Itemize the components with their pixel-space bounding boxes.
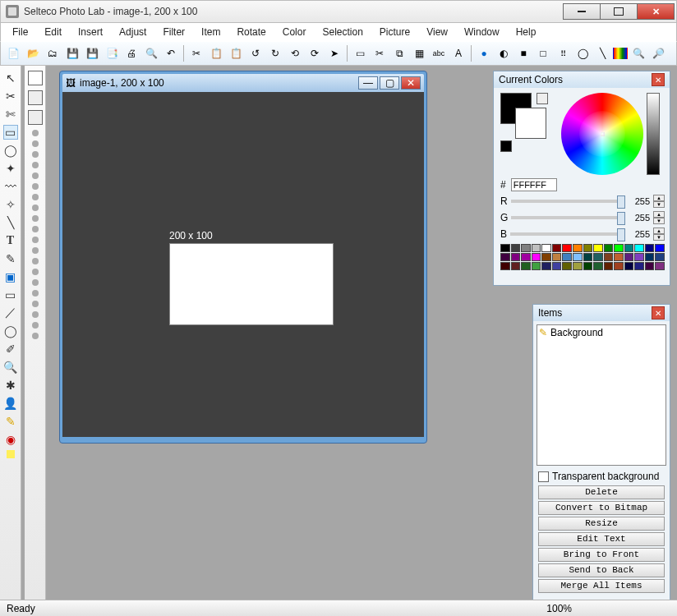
palette-swatch[interactable] [511,244,521,252]
resize-button[interactable]: Resize [538,517,665,531]
convert-bitmap-button[interactable]: Convert to Bitmap [538,501,665,515]
eye-tool-icon[interactable]: ◉ [3,432,18,447]
undo-icon[interactable]: ↶ [162,44,180,62]
pointer-tool-icon[interactable]: ↖ [3,71,18,85]
menu-insert[interactable]: Insert [70,24,111,40]
doc-minimize-button[interactable]: — [358,76,378,90]
folder-icon[interactable]: 🗂 [44,44,62,62]
line-icon[interactable]: ╲ [593,44,611,62]
rotate-cw-icon[interactable]: ↻ [266,44,284,62]
palette-swatch[interactable] [552,253,562,261]
palette-swatch[interactable] [583,253,593,261]
palette-swatch[interactable] [521,244,531,252]
delete-button[interactable]: Delete [538,485,665,499]
palette-swatch[interactable] [604,253,614,261]
palette-swatch[interactable] [541,244,551,252]
cut-icon[interactable]: ✂ [187,44,205,62]
scissors-icon[interactable]: ✂ [371,44,389,62]
window-maximize-button[interactable] [600,3,638,20]
palette-swatch[interactable] [634,253,644,261]
menu-adjust[interactable]: Adjust [111,24,154,40]
document-viewport[interactable]: 200 x 100 [62,92,424,437]
palette-swatch[interactable] [511,253,521,261]
palette-swatch[interactable] [562,244,572,252]
color-wheel[interactable] [561,93,643,175]
text-tool-icon[interactable]: abc [430,44,448,62]
zoom-tool-icon[interactable]: 🔍 [3,360,18,375]
rect-fill-icon[interactable]: ■ [514,44,532,62]
palette-swatch[interactable] [521,262,531,270]
circle-blue-icon[interactable]: ● [475,44,493,62]
g-spinner[interactable]: ▲▼ [653,211,665,224]
menu-edit[interactable]: Edit [36,24,70,40]
palette-swatch[interactable] [583,262,593,270]
brush-tool-icon[interactable]: ✐ [3,342,18,356]
fill-tool-icon[interactable]: ▣ [3,269,18,284]
menu-help[interactable]: Help [508,24,545,40]
palette-swatch[interactable] [593,253,603,261]
menu-filter[interactable]: Filter [154,24,193,40]
color-palette[interactable] [500,244,665,270]
spray-tool-icon[interactable]: ✱ [3,378,18,393]
palette-swatch[interactable] [552,244,562,252]
rotate-ccw-icon[interactable]: ↺ [246,44,265,62]
palette-swatch[interactable] [541,262,551,270]
stamp-tool-icon[interactable]: 👤 [3,396,18,411]
menu-rotate[interactable]: Rotate [228,24,274,40]
palette-swatch[interactable] [614,244,624,252]
ellipse-sel-tool-icon[interactable]: ◯ [3,143,18,158]
save-all-icon[interactable]: 💾 [83,44,101,62]
menu-window[interactable]: Window [456,24,508,40]
contrast-icon[interactable]: ◐ [495,44,513,62]
palette-swatch[interactable] [645,244,655,252]
items-list[interactable]: ✎ Background [537,324,666,466]
zoom-out-icon[interactable]: 🔎 [649,44,667,62]
mini-fg-swatch[interactable] [500,140,512,152]
palette-swatch[interactable] [655,262,665,270]
eyedropper-tool-icon[interactable]: ✎ [3,251,18,266]
rect-shape-tool-icon[interactable]: ▭ [3,287,18,302]
palette-swatch[interactable] [511,262,521,270]
palette-swatch[interactable] [500,244,510,252]
palette-swatch[interactable] [541,253,551,261]
rotate-r-icon[interactable]: ⟳ [306,44,324,62]
line-shape-tool-icon[interactable]: ／ [3,306,18,320]
document-titlebar[interactable]: 🖼 image-1, 200 x 100 — ▢ ✕ [62,74,424,92]
palette-swatch[interactable] [593,244,603,252]
pencil-tool-icon[interactable]: ✎ [3,414,18,429]
b-spinner[interactable]: ▲▼ [653,228,665,241]
font-icon[interactable]: A [449,44,467,62]
canvas[interactable] [169,243,334,325]
palette-swatch[interactable] [624,262,634,270]
palette-swatch[interactable] [562,253,572,261]
paste-icon[interactable]: 📋 [227,44,245,62]
palette-swatch[interactable] [593,262,603,270]
palette-swatch[interactable] [500,262,510,270]
new-icon[interactable]: 📄 [4,44,22,62]
colors-panel-close-button[interactable]: ✕ [652,73,665,86]
list-item[interactable]: ✎ Background [539,327,664,338]
palette-swatch[interactable] [624,253,634,261]
bring-front-button[interactable]: Bring to Front [538,548,665,562]
copy-icon[interactable]: 📋 [207,44,225,62]
palette-swatch[interactable] [532,253,541,261]
crop-icon[interactable]: ⧉ [390,44,408,62]
layer-thumb-2[interactable] [28,90,43,105]
window-minimize-button[interactable] [563,3,601,20]
copy-doc-icon[interactable]: 📑 [103,44,121,62]
palette-swatch[interactable] [532,262,541,270]
curve-sel-tool-icon[interactable]: 〰 [3,179,18,194]
wand-tool-icon[interactable]: ✧ [3,197,18,212]
palette-swatch[interactable] [624,244,634,252]
palette-swatch[interactable] [500,253,510,261]
lasso-tool-icon[interactable]: ✦ [3,161,18,176]
fg-bg-swatches[interactable] [500,93,558,154]
arrow-icon[interactable]: ➤ [325,44,343,62]
palette-swatch[interactable] [614,253,624,261]
doc-close-button[interactable]: ✕ [401,76,421,90]
hex-input[interactable] [511,178,557,191]
bounds-icon[interactable]: ▦ [410,44,428,62]
oval-shape-tool-icon[interactable]: ◯ [3,324,18,338]
menu-color[interactable]: Color [274,24,315,40]
palette-swatch[interactable] [655,244,665,252]
